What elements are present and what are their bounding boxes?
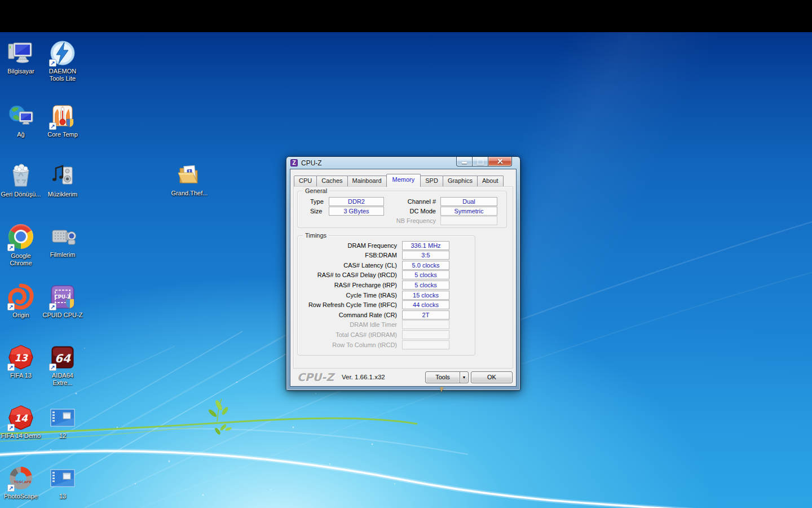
music-speaker-icon (49, 163, 76, 190)
ok-button[interactable]: OK (471, 371, 513, 383)
image-thumbnail-icon (49, 404, 76, 431)
memory-tab-page: General Type DDR2 Size 3 GBytes Channel … (293, 186, 513, 369)
minimize-icon (462, 162, 467, 164)
type-label: Type (310, 198, 324, 206)
desktop-icon-google-chrome[interactable]: ↗Google Chrome (1, 223, 41, 267)
timing-row: RAS# Precharge (tRP)5 clocks (298, 280, 475, 290)
desktop-icon-label: 13 (42, 493, 83, 500)
nb-frequency-label: NB Frequency (381, 217, 436, 225)
timings-group: Timings DRAM Frequency336.1 MHzFSB:DRAM3… (297, 235, 475, 356)
timing-label: DRAM Idle Timer (298, 321, 397, 328)
desktop-icon-cpuid-cpuz[interactable]: CPU-Z ↗CPUID CPU-Z (42, 283, 83, 319)
desktop-icon-label: Origin (1, 312, 41, 319)
desktop-icon-fifa-13[interactable]: 13↗FIFA 13 (1, 344, 41, 379)
timing-value-field (402, 320, 449, 329)
timing-row: RAS# to CAS# Delay (tRCD)5 clocks (298, 270, 475, 280)
timing-value-field (402, 330, 449, 339)
timings-legend: Timings (303, 231, 329, 239)
window-footer: CPU-Z Ver. 1.66.1.x32 Tools ▼ OK (294, 370, 513, 384)
shortcut-arrow-icon: ↗ (49, 122, 56, 130)
desktop-icon-label: Müziklerim (42, 191, 83, 198)
dc-mode-value-field: Symmetric (440, 207, 497, 216)
tools-button[interactable]: Tools (425, 371, 460, 383)
origin-swirl-icon: ↗ (7, 283, 34, 310)
cpuz-app-icon: Z (290, 159, 298, 167)
desktop-icon-label: Core Temp (42, 131, 83, 138)
desktop-icon-origin[interactable]: ↗Origin (1, 283, 41, 319)
tab-memory[interactable]: Memory (386, 174, 421, 187)
desktop-icon-label: FIFA 14 Demo (1, 432, 41, 440)
timing-label: Row To Column (tRCD) (298, 341, 397, 348)
aida64-icon: 64↗ (49, 344, 76, 371)
desktop-icon-bilgisayar[interactable]: Bilgisayar (1, 40, 41, 75)
timing-row: FSB:DRAM3:5 (298, 251, 475, 260)
chrome-icon: ↗ (7, 224, 34, 251)
recycle-bin-icon (7, 163, 34, 190)
shortcut-arrow-icon: ↗ (49, 364, 56, 371)
tools-dropdown-button[interactable]: ▼ (460, 371, 469, 383)
tab-about[interactable]: About (477, 176, 504, 186)
svg-text:13: 13 (14, 352, 28, 364)
desktop-icon-label: FIFA 13 (1, 372, 41, 379)
desktop-icon-muziklerim[interactable]: Müziklerim (42, 163, 83, 198)
desktop-icon-label: CPUID CPU-Z (42, 312, 83, 319)
desktop-icon-label: 12 (42, 432, 83, 440)
desktop-icon-daemon-tools-lite[interactable]: ↗DAEMON Tools Lite (42, 40, 83, 82)
desktop-icon-fifa-14-demo[interactable]: 14↗FIFA 14 Demo (1, 404, 41, 440)
svg-text:64: 64 (55, 352, 71, 365)
tab-spd[interactable]: SPD (420, 176, 443, 186)
timing-label: Command Rate (CR) (298, 312, 397, 318)
maximize-button[interactable] (473, 157, 488, 167)
desktop-icon-grand-theft-folder[interactable]: Grand.Thef... (169, 161, 210, 197)
dc-mode-label: DC Mode (381, 207, 436, 216)
timing-label: CAS# Latency (CL) (298, 262, 397, 269)
timing-label: RAS# to CAS# Delay (tRCD) (298, 271, 397, 278)
size-label: Size (310, 207, 322, 216)
timing-label: Row Refresh Cycle Time (tRFC) (298, 301, 397, 308)
desktop-icon-aida64[interactable]: 64↗AIDA64 Extre... (42, 344, 83, 387)
tab-mainboard[interactable]: Mainboard (347, 176, 387, 186)
desktop-icon-label: Filmlerim (42, 251, 83, 259)
timing-value-field: 336.1 MHz (402, 241, 449, 250)
mouse-cursor (439, 387, 443, 393)
timing-row: Total CAS# (tRDRAM) (298, 330, 475, 339)
timing-row: Cycle Time (tRAS)15 clocks (298, 290, 475, 300)
shortcut-arrow-icon: ↗ (7, 244, 15, 251)
desktop-icon-core-temp[interactable]: ↗Core Temp (42, 103, 83, 138)
desktop-icon-photoscape[interactable]: TOSCAPE↗PhotoScape (1, 465, 41, 500)
desktop-icon-img-13[interactable]: 13 (42, 465, 83, 500)
tab-bar: CPUCachesMainboardMemorySPDGraphicsAbout (294, 174, 503, 186)
tab-graphics[interactable]: Graphics (443, 176, 478, 186)
timing-value-field: 3:5 (402, 251, 449, 260)
minimize-button[interactable] (456, 157, 473, 167)
desktop-icon-filmlerim[interactable]: Filmlerim (42, 223, 83, 259)
timing-value-field (402, 340, 449, 349)
desktop-icon-label: Grand.Thef... (169, 190, 210, 197)
thermometer-icon: ↗ (49, 103, 76, 130)
desktop-icon-img-12[interactable]: 12 (42, 404, 83, 440)
shortcut-arrow-icon: ↗ (7, 364, 15, 371)
daemon-orb-icon: ↗ (49, 40, 76, 67)
timing-label: FSB:DRAM (298, 252, 397, 259)
timing-value-field: 5 clocks (402, 270, 449, 279)
cpuz-chip-icon: CPU-Z ↗ (49, 283, 76, 310)
general-legend: General (303, 187, 329, 195)
computer-icon (7, 40, 34, 67)
tab-cpu[interactable]: CPU (294, 176, 317, 186)
timing-row: Command Rate (CR)2T (298, 310, 475, 319)
timing-row: Row To Column (tRCD) (298, 340, 475, 349)
desktop-icon-ag[interactable]: Ağ (1, 103, 41, 138)
desktop-icon-geri-donusum[interactable]: Geri Dönüşü... (1, 163, 41, 198)
network-globe-icon (7, 103, 34, 130)
caption-buttons (456, 157, 512, 167)
version-text: Ver. 1.66.1.x32 (342, 374, 385, 380)
timing-value-field: 2T (402, 310, 449, 319)
timing-label: DRAM Frequency (298, 242, 397, 249)
video-camera-icon (49, 223, 76, 250)
timing-value-field: 44 clocks (402, 300, 449, 309)
desktop-icon-label: Geri Dönüşü... (1, 191, 41, 198)
close-button[interactable] (488, 157, 512, 167)
timing-value-field: 5 clocks (402, 281, 449, 290)
desktop-icon-label: Google Chrome (1, 252, 41, 267)
tab-caches[interactable]: Caches (316, 176, 347, 186)
